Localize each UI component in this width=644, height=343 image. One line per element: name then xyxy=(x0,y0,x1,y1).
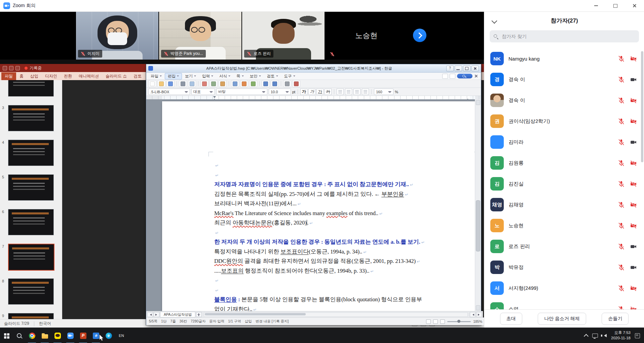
hwp-menu-item[interactable]: 검토 xyxy=(264,73,281,79)
line-spacing-select[interactable]: 160 xyxy=(374,89,393,95)
save-icon[interactable] xyxy=(3,66,7,70)
participant-row[interactable]: 김 김원롱 xyxy=(484,152,644,173)
undo-icon[interactable] xyxy=(9,66,13,70)
toolbar-icon[interactable] xyxy=(219,80,227,87)
scroll-right-button[interactable] xyxy=(476,312,482,317)
toolbar-icon[interactable] xyxy=(188,80,196,87)
toolbar-icon[interactable] xyxy=(281,81,281,86)
new-tab-button[interactable] xyxy=(196,312,202,317)
slide-thumbnail[interactable]: 3 xyxy=(2,102,61,137)
toolbar-icon[interactable] xyxy=(249,80,257,87)
page-view-icon[interactable] xyxy=(440,319,445,324)
taskbar-clock[interactable]: 오후 7:53 2020-11-18 xyxy=(611,330,631,341)
toolbar-icon[interactable] xyxy=(179,80,187,87)
hwp-menu-item[interactable]: 쪽 xyxy=(233,73,247,79)
notification-center-icon[interactable] xyxy=(635,333,640,338)
quick-search[interactable] xyxy=(457,74,472,78)
minimize-button[interactable] xyxy=(586,0,606,11)
toolbar-icon[interactable] xyxy=(177,81,177,86)
horizontal-scrollbar[interactable] xyxy=(204,312,468,317)
document-page[interactable]: ↵ ↵ 저자명과 자료명이 인용문 중에 포함된 경우 : 주 표시 없이 참고… xyxy=(162,101,475,311)
toolbar-icon[interactable] xyxy=(148,80,156,87)
taskbar-icon[interactable]: EN xyxy=(115,328,128,343)
hwp-close-button[interactable] xyxy=(471,66,479,71)
slide-thumbnail[interactable]: 8 xyxy=(2,275,61,310)
align-justify-button[interactable] xyxy=(362,89,369,95)
participant-row[interactable]: 경 경숙 이 xyxy=(484,69,644,90)
document-tab[interactable]: APA스타일작성법 xyxy=(160,312,195,317)
taskbar-icon[interactable] xyxy=(38,328,51,343)
toolbar-icon[interactable] xyxy=(262,80,270,87)
char-format-button[interactable]: 가 xyxy=(308,89,315,95)
panel-button[interactable]: 손들기 xyxy=(602,313,629,325)
search-input[interactable] xyxy=(501,33,635,39)
participant-row[interactable]: 경숙 이 xyxy=(484,90,644,111)
page-view-icon[interactable] xyxy=(426,319,431,324)
hwp-menu-item[interactable]: 보안 xyxy=(247,73,264,79)
ppt-menu-item[interactable]: 디자인 xyxy=(42,72,61,80)
maximize-button[interactable] xyxy=(606,0,625,11)
volume-icon[interactable] xyxy=(602,334,607,337)
toolbar-icon[interactable] xyxy=(259,81,260,86)
align-left-button[interactable] xyxy=(337,89,344,95)
hwp-menu-item[interactable]: 편집 xyxy=(165,73,182,79)
video-tile[interactable]: 노승현 노승현 xyxy=(325,11,408,60)
char-format-button[interactable]: 가 xyxy=(325,89,332,95)
video-tile[interactable]: 박영준 Park you... 박영준 Park you... xyxy=(159,11,241,60)
tool-icon[interactable] xyxy=(442,74,448,79)
slide-thumbnail[interactable]: 7 xyxy=(2,241,61,275)
panel-button[interactable]: 초대 xyxy=(500,313,522,325)
slide-thumbnail[interactable]: 9 xyxy=(2,310,61,319)
taskbar-icon[interactable] xyxy=(26,328,38,343)
participant-row[interactable]: 김 김진실 xyxy=(484,173,644,194)
ppt-menu-item[interactable]: 홈 xyxy=(16,72,27,80)
font-select[interactable]: 바탕 xyxy=(216,89,267,95)
participant-row[interactable]: 서 서지형(2499) xyxy=(484,278,644,299)
doc-close-icon[interactable] xyxy=(474,74,478,78)
scrollbar-thumb[interactable] xyxy=(476,200,480,251)
taskbar-icon[interactable] xyxy=(77,328,89,343)
font-size-select[interactable]: 10.0 xyxy=(269,89,291,95)
toolbar-icon[interactable] xyxy=(231,80,239,87)
ppt-menu-item[interactable]: 삽입 xyxy=(27,72,42,80)
char-format-button[interactable]: 가 xyxy=(300,89,307,95)
slide-thumbnail[interactable]: 4 xyxy=(2,137,61,171)
next-tab-button[interactable] xyxy=(154,312,159,317)
participant-row[interactable]: 노 노승현 xyxy=(484,215,644,236)
participant-row[interactable]: 채영 김채영 xyxy=(484,194,644,215)
vertical-scrollbar[interactable] xyxy=(475,99,481,311)
hwp-restore-button[interactable] xyxy=(463,66,470,71)
toolbar-icon[interactable] xyxy=(157,80,165,87)
page-view-icon[interactable] xyxy=(433,319,438,324)
scroll-up-button[interactable] xyxy=(476,100,480,105)
hidden-icons-chevron[interactable] xyxy=(584,334,589,339)
participant-row[interactable]: 권 권이삭(임상2학기) xyxy=(484,111,644,132)
taskbar-icon[interactable] xyxy=(102,328,115,343)
taskbar-icon[interactable] xyxy=(0,328,13,343)
preset-select[interactable]: 대표 xyxy=(191,89,215,95)
toolbar-icon[interactable] xyxy=(210,80,218,87)
hwp-minimize-button[interactable] xyxy=(455,66,462,71)
slide-thumbnail[interactable] xyxy=(2,80,61,102)
taskbar-icon[interactable] xyxy=(13,328,26,343)
next-videos-button[interactable] xyxy=(413,29,426,42)
display-icon[interactable] xyxy=(592,334,598,338)
toolbar-icon[interactable] xyxy=(198,81,198,86)
chevron-down-icon[interactable] xyxy=(492,18,497,24)
participant-row[interactable]: 박 박유정 xyxy=(484,257,644,278)
tool-icon[interactable] xyxy=(450,74,455,79)
participants-scrollbar[interactable] xyxy=(641,51,643,162)
redo-icon[interactable] xyxy=(15,66,20,70)
hwp-zoom-slider[interactable] xyxy=(447,321,471,322)
toolbar-icon[interactable] xyxy=(271,80,279,87)
taskbar-icon[interactable] xyxy=(51,328,64,343)
participant-row[interactable]: 김미라 xyxy=(484,132,644,152)
ppt-menu-item[interactable]: 검토 xyxy=(130,72,145,80)
scroll-left-button[interactable] xyxy=(470,312,476,317)
char-format-button[interactable]: 가 xyxy=(316,89,324,95)
style-select[interactable]: .5-LIB-BOX xyxy=(148,89,190,95)
video-tile[interactable]: 이지미 이지미 xyxy=(76,11,158,60)
hwp-zoom-knob[interactable] xyxy=(457,320,460,323)
taskbar-icon[interactable] xyxy=(64,328,77,343)
align-right-button[interactable] xyxy=(353,89,361,95)
